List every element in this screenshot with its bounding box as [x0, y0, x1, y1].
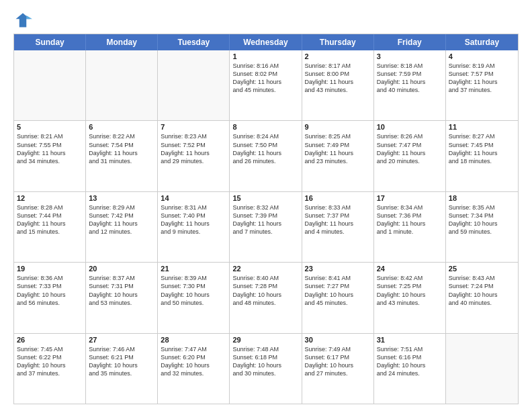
logo-icon: [13, 11, 32, 30]
day-number: 29: [232, 336, 298, 344]
cell-info: Sunrise: 7:48 AM Sunset: 6:18 PM Dayligh…: [232, 345, 298, 378]
calendar-header-cell: Saturday: [446, 34, 518, 50]
svg-marker-1: [26, 15, 32, 19]
calendar-cell: 12Sunrise: 8:28 AM Sunset: 7:44 PM Dayli…: [14, 192, 86, 262]
cell-info: Sunrise: 8:26 AM Sunset: 7:47 PM Dayligh…: [377, 132, 443, 165]
day-number: 9: [305, 123, 371, 131]
cell-info: Sunrise: 8:42 AM Sunset: 7:25 PM Dayligh…: [377, 274, 443, 307]
calendar-header-row: SundayMondayTuesdayWednesdayThursdayFrid…: [14, 34, 518, 50]
calendar-header-cell: Thursday: [302, 34, 374, 50]
calendar-cell: 11Sunrise: 8:27 AM Sunset: 7:45 PM Dayli…: [446, 121, 518, 191]
day-number: 5: [17, 123, 83, 131]
day-number: 12: [17, 194, 83, 202]
day-number: 3: [377, 52, 443, 60]
calendar-cell: 9Sunrise: 8:25 AM Sunset: 7:49 PM Daylig…: [302, 121, 374, 191]
day-number: 11: [449, 123, 515, 131]
day-number: 19: [17, 265, 83, 273]
calendar-cell: 13Sunrise: 8:29 AM Sunset: 7:42 PM Dayli…: [86, 192, 158, 262]
cell-info: Sunrise: 7:46 AM Sunset: 6:21 PM Dayligh…: [89, 345, 154, 378]
calendar-cell: 3Sunrise: 8:18 AM Sunset: 7:59 PM Daylig…: [374, 50, 446, 120]
calendar-cell: 31Sunrise: 7:51 AM Sunset: 6:16 PM Dayli…: [374, 334, 446, 404]
cell-info: Sunrise: 8:19 AM Sunset: 7:57 PM Dayligh…: [449, 62, 515, 95]
day-number: 30: [305, 336, 371, 344]
day-number: 7: [161, 123, 226, 131]
calendar-cell: [158, 50, 230, 120]
cell-info: Sunrise: 8:34 AM Sunset: 7:36 PM Dayligh…: [377, 203, 443, 236]
cell-info: Sunrise: 8:33 AM Sunset: 7:37 PM Dayligh…: [305, 203, 371, 236]
calendar-cell: 6Sunrise: 8:22 AM Sunset: 7:54 PM Daylig…: [86, 121, 158, 191]
day-number: 31: [377, 336, 443, 344]
day-number: 2: [305, 52, 371, 60]
calendar-header-cell: Sunday: [14, 34, 86, 50]
cell-info: Sunrise: 8:43 AM Sunset: 7:24 PM Dayligh…: [449, 274, 515, 307]
cell-info: Sunrise: 8:36 AM Sunset: 7:33 PM Dayligh…: [17, 274, 83, 307]
calendar-cell: [446, 334, 518, 404]
header: [13, 11, 519, 30]
day-number: 14: [161, 194, 226, 202]
calendar-cell: 18Sunrise: 8:35 AM Sunset: 7:34 PM Dayli…: [446, 192, 518, 262]
calendar-cell: 14Sunrise: 8:31 AM Sunset: 7:40 PM Dayli…: [158, 192, 230, 262]
cell-info: Sunrise: 8:32 AM Sunset: 7:39 PM Dayligh…: [232, 203, 298, 236]
calendar-cell: 24Sunrise: 8:42 AM Sunset: 7:25 PM Dayli…: [374, 263, 446, 332]
calendar-header-cell: Wednesday: [230, 34, 302, 50]
calendar-cell: 10Sunrise: 8:26 AM Sunset: 7:47 PM Dayli…: [374, 121, 446, 191]
calendar-cell: 26Sunrise: 7:45 AM Sunset: 6:22 PM Dayli…: [14, 334, 86, 404]
cell-info: Sunrise: 8:35 AM Sunset: 7:34 PM Dayligh…: [449, 203, 515, 236]
cell-info: Sunrise: 8:22 AM Sunset: 7:54 PM Dayligh…: [89, 132, 154, 165]
calendar-cell: 28Sunrise: 7:47 AM Sunset: 6:20 PM Dayli…: [158, 334, 230, 404]
cell-info: Sunrise: 8:29 AM Sunset: 7:42 PM Dayligh…: [89, 203, 154, 236]
calendar-cell: 19Sunrise: 8:36 AM Sunset: 7:33 PM Dayli…: [14, 263, 86, 332]
calendar-cell: 1Sunrise: 8:16 AM Sunset: 8:02 PM Daylig…: [230, 50, 302, 120]
day-number: 17: [377, 194, 443, 202]
calendar-row: 19Sunrise: 8:36 AM Sunset: 7:33 PM Dayli…: [14, 262, 518, 332]
day-number: 22: [232, 265, 298, 273]
day-number: 21: [161, 265, 226, 273]
day-number: 23: [305, 265, 371, 273]
cell-info: Sunrise: 8:40 AM Sunset: 7:28 PM Dayligh…: [232, 274, 298, 307]
day-number: 18: [449, 194, 515, 202]
calendar-cell: 21Sunrise: 8:39 AM Sunset: 7:30 PM Dayli…: [158, 263, 230, 332]
calendar-cell: 7Sunrise: 8:23 AM Sunset: 7:52 PM Daylig…: [158, 121, 230, 191]
page: SundayMondayTuesdayWednesdayThursdayFrid…: [0, 0, 532, 411]
cell-info: Sunrise: 8:39 AM Sunset: 7:30 PM Dayligh…: [161, 274, 226, 307]
cell-info: Sunrise: 7:45 AM Sunset: 6:22 PM Dayligh…: [17, 345, 83, 378]
calendar-cell: [86, 50, 158, 120]
calendar-header-cell: Friday: [374, 34, 446, 50]
cell-info: Sunrise: 8:23 AM Sunset: 7:52 PM Dayligh…: [161, 132, 226, 165]
calendar-cell: 23Sunrise: 8:41 AM Sunset: 7:27 PM Dayli…: [302, 263, 374, 332]
day-number: 28: [161, 336, 226, 344]
day-number: 24: [377, 265, 443, 273]
svg-marker-0: [16, 13, 30, 28]
day-number: 26: [17, 336, 83, 344]
calendar-row: 12Sunrise: 8:28 AM Sunset: 7:44 PM Dayli…: [14, 191, 518, 262]
calendar-cell: 20Sunrise: 8:37 AM Sunset: 7:31 PM Dayli…: [86, 263, 158, 332]
calendar-cell: 5Sunrise: 8:21 AM Sunset: 7:55 PM Daylig…: [14, 121, 86, 191]
cell-info: Sunrise: 8:25 AM Sunset: 7:49 PM Dayligh…: [305, 132, 371, 165]
day-number: 6: [89, 123, 154, 131]
day-number: 15: [232, 194, 298, 202]
day-number: 13: [89, 194, 154, 202]
day-number: 10: [377, 123, 443, 131]
day-number: 8: [232, 123, 298, 131]
calendar-cell: 16Sunrise: 8:33 AM Sunset: 7:37 PM Dayli…: [302, 192, 374, 262]
cell-info: Sunrise: 8:28 AM Sunset: 7:44 PM Dayligh…: [17, 203, 83, 236]
calendar-row: 1Sunrise: 8:16 AM Sunset: 8:02 PM Daylig…: [14, 50, 518, 120]
calendar-cell: 4Sunrise: 8:19 AM Sunset: 7:57 PM Daylig…: [446, 50, 518, 120]
calendar-cell: 30Sunrise: 7:49 AM Sunset: 6:17 PM Dayli…: [302, 334, 374, 404]
calendar-cell: 8Sunrise: 8:24 AM Sunset: 7:50 PM Daylig…: [230, 121, 302, 191]
cell-info: Sunrise: 8:27 AM Sunset: 7:45 PM Dayligh…: [449, 132, 515, 165]
calendar-cell: 29Sunrise: 7:48 AM Sunset: 6:18 PM Dayli…: [230, 334, 302, 404]
day-number: 27: [89, 336, 154, 344]
cell-info: Sunrise: 8:31 AM Sunset: 7:40 PM Dayligh…: [161, 203, 226, 236]
calendar-cell: 17Sunrise: 8:34 AM Sunset: 7:36 PM Dayli…: [374, 192, 446, 262]
cell-info: Sunrise: 8:18 AM Sunset: 7:59 PM Dayligh…: [377, 62, 443, 95]
calendar-cell: 2Sunrise: 8:17 AM Sunset: 8:00 PM Daylig…: [302, 50, 374, 120]
day-number: 1: [232, 52, 298, 60]
cell-info: Sunrise: 7:47 AM Sunset: 6:20 PM Dayligh…: [161, 345, 226, 378]
calendar-cell: 25Sunrise: 8:43 AM Sunset: 7:24 PM Dayli…: [446, 263, 518, 332]
calendar-row: 26Sunrise: 7:45 AM Sunset: 6:22 PM Dayli…: [14, 333, 518, 404]
calendar-header-cell: Tuesday: [158, 34, 230, 50]
cell-info: Sunrise: 8:17 AM Sunset: 8:00 PM Dayligh…: [305, 62, 371, 95]
day-number: 16: [305, 194, 371, 202]
cell-info: Sunrise: 7:49 AM Sunset: 6:17 PM Dayligh…: [305, 345, 371, 378]
